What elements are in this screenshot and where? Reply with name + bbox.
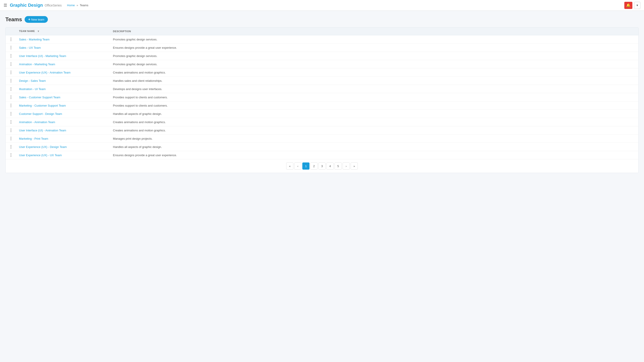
- row-description-cell: Provides support to clients and customer…: [110, 101, 638, 110]
- pagination-page-2-button[interactable]: 2: [310, 162, 318, 170]
- team-name-link[interactable]: User Interface (UI) - Animation Team: [19, 129, 66, 132]
- team-description: Develops and designs user interfaces.: [113, 87, 162, 91]
- row-context-menu-button[interactable]: [8, 54, 14, 58]
- suite-name: OfficeSeries: [45, 3, 62, 7]
- team-name-link[interactable]: Design - Sales Team: [19, 79, 46, 82]
- page-content: Teams + New team TEAM NAME ▼ DESCRIPTION…: [0, 11, 644, 178]
- team-name-link[interactable]: Animation - Animation Team: [19, 120, 55, 124]
- table-row: User Experience (UX) - Design TeamHandle…: [6, 143, 638, 151]
- team-description: Handles all aspects of graphic design.: [113, 112, 162, 115]
- col-header-desc: DESCRIPTION: [110, 27, 638, 35]
- team-name-link[interactable]: User Experience (UX) - UX Team: [19, 153, 62, 157]
- row-team-name-cell: Sales - Marketing Team: [16, 35, 110, 43]
- team-name-link[interactable]: User Experience (UX) - Design Team: [19, 145, 67, 149]
- row-context-menu-button[interactable]: [8, 62, 14, 66]
- row-menu-cell: [6, 93, 16, 101]
- pagination: « ‹ 1 2 3 4 5 › »: [6, 159, 638, 173]
- row-menu-cell: [6, 77, 16, 85]
- row-menu-cell: [6, 134, 16, 143]
- breadcrumb-separator: »: [76, 3, 78, 7]
- breadcrumb-home[interactable]: Home: [67, 3, 75, 7]
- row-menu-cell: [6, 118, 16, 126]
- page-title-row: Teams + New team: [5, 16, 639, 23]
- team-name-link[interactable]: Marketing - Customer Support Team: [19, 104, 66, 107]
- row-context-menu-button[interactable]: [8, 153, 14, 157]
- row-team-name-cell: User Interface (UI) - Animation Team: [16, 126, 110, 134]
- pagination-prev-button[interactable]: ‹: [294, 162, 302, 170]
- app-header: ☰ Graphic Design OfficeSeries Home » Tea…: [0, 0, 644, 11]
- row-menu-cell: [6, 85, 16, 93]
- row-team-name-cell: Animation - Animation Team: [16, 118, 110, 126]
- team-description: Handles all aspects of graphic design.: [113, 145, 162, 149]
- team-description: Creates animations and motion graphics.: [113, 129, 166, 132]
- table-row: User Interface (UI) - Marketing TeamProm…: [6, 52, 638, 60]
- row-team-name-cell: User Interface (UI) - Marketing Team: [16, 52, 110, 60]
- teams-table: TEAM NAME ▼ DESCRIPTION Sales - Marketin…: [6, 27, 638, 159]
- table-row: Animation - Animation TeamCreates animat…: [6, 118, 638, 126]
- row-menu-cell: [6, 110, 16, 118]
- table-row: Marketing - Print TeamManages print desi…: [6, 134, 638, 143]
- row-context-menu-button[interactable]: [8, 120, 14, 124]
- pagination-page-1-button[interactable]: 1: [302, 162, 310, 170]
- row-team-name-cell: Illustration - UI Team: [16, 85, 110, 93]
- team-description: Creates animations and motion graphics.: [113, 120, 166, 124]
- row-context-menu-button[interactable]: [8, 95, 14, 99]
- table-row: Marketing - Customer Support TeamProvide…: [6, 101, 638, 110]
- row-description-cell: Promotes graphic design services.: [110, 60, 638, 68]
- row-menu-cell: [6, 60, 16, 68]
- row-context-menu-button[interactable]: [8, 79, 14, 82]
- pagination-first-button[interactable]: «: [286, 162, 294, 170]
- team-name-link[interactable]: Illustration - UI Team: [19, 87, 46, 91]
- row-description-cell: Promotes graphic design services.: [110, 52, 638, 60]
- team-description: Creates animations and motion graphics.: [113, 71, 166, 74]
- app-name: Graphic Design: [10, 3, 43, 8]
- row-context-menu-button[interactable]: [8, 46, 14, 49]
- table-row: Sales - Customer Support TeamProvides su…: [6, 93, 638, 101]
- table-row: Design - Sales TeamHandles sales and cli…: [6, 77, 638, 85]
- row-description-cell: Ensures designs provide a great user exp…: [110, 151, 638, 159]
- team-name-link[interactable]: Animation - Marketing Team: [19, 62, 55, 66]
- table-row: User Experience (UX) - UX TeamEnsures de…: [6, 151, 638, 159]
- pagination-last-button[interactable]: »: [350, 162, 358, 170]
- row-menu-cell: [6, 151, 16, 159]
- row-context-menu-button[interactable]: [8, 137, 14, 140]
- row-context-menu-button[interactable]: [8, 145, 14, 149]
- row-context-menu-button[interactable]: [8, 104, 14, 107]
- row-menu-cell: [6, 126, 16, 134]
- row-context-menu-button[interactable]: [8, 87, 14, 91]
- row-description-cell: Handles all aspects of graphic design.: [110, 143, 638, 151]
- team-name-link[interactable]: Sales - Marketing Team: [19, 38, 50, 41]
- pagination-page-3-button[interactable]: 3: [318, 162, 326, 170]
- new-team-button[interactable]: + New team: [24, 16, 48, 23]
- pagination-page-4-button[interactable]: 4: [326, 162, 334, 170]
- row-team-name-cell: Marketing - Print Team: [16, 134, 110, 143]
- row-description-cell: Creates animations and motion graphics.: [110, 126, 638, 134]
- table-row: Customer Support - Design TeamHandles al…: [6, 110, 638, 118]
- team-name-link[interactable]: Customer Support - Design Team: [19, 112, 62, 115]
- row-team-name-cell: User Experience (UX) - UX Team: [16, 151, 110, 159]
- team-name-link[interactable]: Sales - Customer Support Team: [19, 96, 60, 99]
- breadcrumb-current: Teams: [80, 3, 88, 7]
- team-description: Promotes graphic design services.: [113, 62, 158, 66]
- hamburger-menu-icon[interactable]: ☰: [4, 3, 7, 8]
- row-description-cell: Handles all aspects of graphic design.: [110, 110, 638, 118]
- row-menu-cell: [6, 68, 16, 77]
- team-name-link[interactable]: Sales - UX Team: [19, 46, 41, 49]
- table-header-row: TEAM NAME ▼ DESCRIPTION: [6, 27, 638, 35]
- row-menu-cell: [6, 52, 16, 60]
- row-context-menu-button[interactable]: [8, 112, 14, 115]
- row-team-name-cell: Design - Sales Team: [16, 77, 110, 85]
- team-name-link[interactable]: User Interface (UI) - Marketing Team: [19, 54, 66, 58]
- row-context-menu-button[interactable]: [8, 37, 14, 41]
- pagination-page-5-button[interactable]: 5: [334, 162, 342, 170]
- notification-bell-button[interactable]: 🔔: [624, 2, 632, 9]
- user-dropdown-button[interactable]: ▼: [634, 2, 640, 9]
- row-context-menu-button[interactable]: [8, 128, 14, 132]
- row-context-menu-button[interactable]: [8, 71, 14, 74]
- team-name-link[interactable]: Marketing - Print Team: [19, 137, 48, 140]
- filter-icon[interactable]: ▼: [37, 30, 40, 33]
- pagination-next-button[interactable]: ›: [342, 162, 350, 170]
- team-description: Promotes graphic design services.: [113, 54, 158, 58]
- header-actions: 🔔 ▼: [624, 2, 640, 9]
- team-name-link[interactable]: User Experience (UX) - Animation Team: [19, 71, 70, 74]
